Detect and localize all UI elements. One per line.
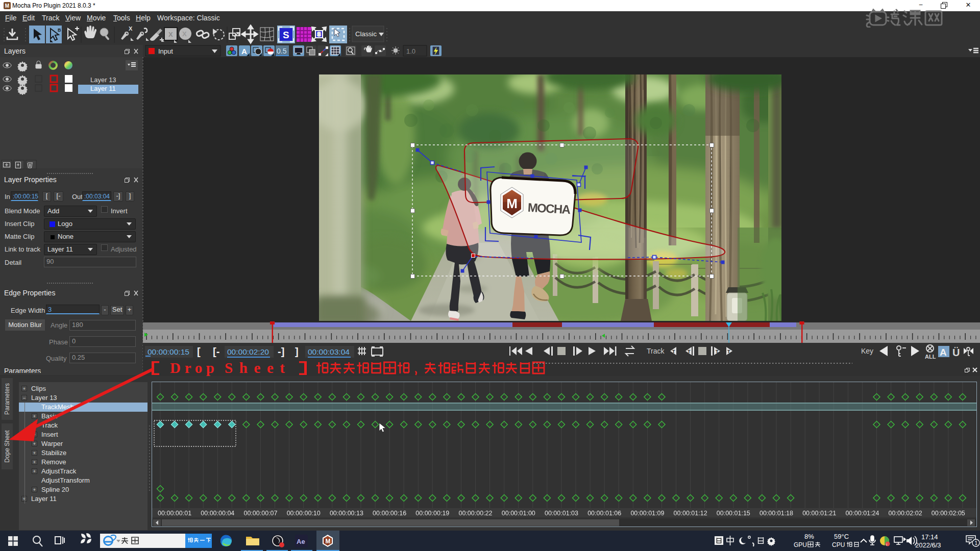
svg-text:00:00:03:04: 00:00:03:04	[308, 347, 350, 356]
svg-text:X: X	[129, 26, 133, 32]
svg-text:S: S	[283, 30, 289, 40]
svg-text:00:00:01:09: 00:00:01:09	[630, 510, 664, 517]
svg-text:00:00:01:15: 00:00:01:15	[717, 510, 750, 517]
svg-text:T: T	[672, 349, 675, 354]
svg-text:-]: -]	[278, 346, 284, 357]
svg-text:00:00:00:13: 00:00:00:13	[330, 510, 363, 517]
svg-text:00:00:01:24: 00:00:01:24	[845, 510, 879, 517]
svg-text:Classic: Classic	[355, 30, 377, 38]
svg-text:00:00:00:19: 00:00:00:19	[415, 510, 449, 517]
svg-text:M: M	[5, 3, 9, 9]
svg-text:B: B	[58, 28, 61, 33]
svg-text:GPU: GPU	[794, 541, 807, 548]
svg-text:00:00:01:00: 00:00:01:00	[502, 510, 535, 517]
svg-text:M: M	[506, 196, 518, 211]
svg-text:00:00:01:18: 00:00:01:18	[760, 510, 793, 517]
svg-text:17:14: 17:14	[921, 533, 938, 541]
svg-text:MOCHA: MOCHA	[527, 201, 571, 216]
svg-text:X: X	[182, 30, 187, 38]
svg-text:Ü: Ü	[952, 347, 960, 358]
svg-text:X: X	[168, 31, 173, 38]
svg-text:A: A	[241, 47, 247, 56]
svg-text:00:00:00:04: 00:00:00:04	[201, 510, 234, 517]
svg-text:[-: [-	[213, 346, 219, 357]
svg-text:00:00:00:22: 00:00:00:22	[458, 510, 492, 517]
svg-text:8%: 8%	[804, 533, 814, 540]
svg-text:[: [	[197, 346, 201, 357]
svg-text:S: S	[317, 32, 321, 37]
svg-text:00:00:00:10: 00:00:00:10	[287, 510, 321, 517]
svg-text:Key: Key	[861, 347, 873, 355]
svg-text:2022/6/3: 2022/6/3	[915, 541, 941, 549]
svg-text:T: T	[727, 349, 730, 354]
svg-text:CPU: CPU	[832, 541, 845, 548]
svg-text:00:00:00:15: 00:00:00:15	[148, 347, 189, 356]
svg-text:Ae: Ae	[297, 538, 305, 545]
svg-text:00:00:01:12: 00:00:01:12	[674, 510, 707, 517]
svg-text:00:00:00:07: 00:00:00:07	[243, 510, 277, 517]
svg-text:00:00:02:05: 00:00:02:05	[932, 510, 965, 517]
svg-text:00:00:02:02: 00:00:02:02	[889, 510, 922, 517]
svg-text:ALL: ALL	[925, 354, 936, 360]
svg-text:T: T	[716, 349, 719, 354]
svg-text:00:00:01:21: 00:00:01:21	[802, 510, 836, 517]
svg-text:1: 1	[975, 540, 978, 546]
svg-text:A: A	[940, 347, 947, 358]
svg-text:]: ]	[295, 346, 299, 357]
svg-text:00:00:01:03: 00:00:01:03	[545, 510, 578, 517]
svg-text:Input: Input	[158, 47, 173, 55]
svg-text:T: T	[688, 349, 691, 354]
svg-text:M: M	[326, 538, 331, 545]
svg-text:Track: Track	[647, 347, 665, 355]
svg-text:0.5: 0.5	[277, 47, 287, 55]
svg-text:00:00:02:20: 00:00:02:20	[227, 347, 269, 356]
svg-text:00:00:00:16: 00:00:00:16	[373, 510, 406, 517]
svg-text:00:00:01:06: 00:00:01:06	[587, 510, 621, 517]
svg-text:1.0: 1.0	[406, 47, 415, 55]
svg-text:00:00:00:01: 00:00:00:01	[158, 510, 191, 517]
svg-text:59°C: 59°C	[834, 533, 849, 540]
